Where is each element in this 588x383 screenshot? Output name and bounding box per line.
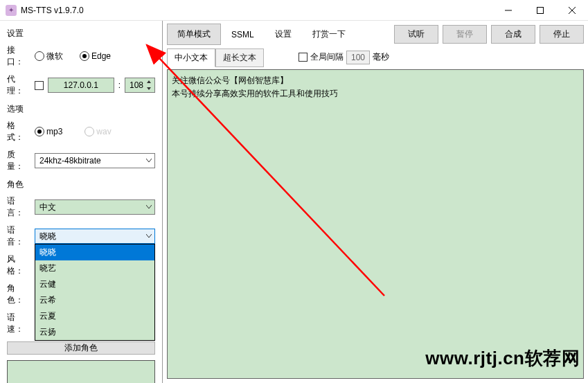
pause-button[interactable]: 暂停 [443,25,487,44]
group-role: 角色 [7,179,155,190]
quality-label: 质量： [7,149,30,172]
voice-combo[interactable]: 晓晓 晓晓 晓艺 云健 云希 云夏 云扬 [35,229,155,244]
subtab-long[interactable]: 超长文本 [215,48,264,67]
subtab-row: 中小文本 超长文本 全局间隔 100 毫秒 [163,45,588,69]
chevron-down-icon [146,234,152,238]
global-interval-label: 全局间隔 [310,51,344,63]
proxy-port-field[interactable]: 108 [125,78,155,93]
voice-label: 语音： [7,224,30,248]
svg-marker-4 [147,80,151,83]
voice-option[interactable]: 晓艺 [35,260,154,276]
group-settings: 设置 [7,28,155,39]
radio-edge[interactable]: Edge [80,51,111,61]
preview-area [7,360,155,383]
port-spin-down-icon[interactable] [144,85,154,92]
roleplay-label: 角色： [7,283,30,306]
maximize-button[interactable] [524,0,556,21]
interval-unit-label: 毫秒 [373,51,389,63]
subtab-short[interactable]: 中小文本 [167,48,215,67]
proxy-label: 代理： [7,73,30,97]
editor-line: 关注微信公众号【网创智慧库】 [172,74,579,87]
language-combo[interactable]: 中文 [35,199,155,215]
tab-settings[interactable]: 设置 [265,24,302,45]
preview-button[interactable]: 试听 [394,25,438,44]
radio-mp3[interactable]: mp3 [35,127,62,136]
language-label: 语言： [7,195,30,219]
interval-value-field[interactable]: 100 [346,51,370,64]
tab-ssml[interactable]: SSML [221,25,265,44]
voice-option[interactable]: 云健 [35,276,154,292]
voice-option[interactable]: 云夏 [35,308,154,324]
watermark: www.rjtj.cn软荐网 [425,346,580,371]
voice-dropdown: 晓晓 晓艺 云健 云希 云夏 云扬 [35,244,155,341]
minimize-button[interactable] [492,0,524,21]
left-panel: 设置 接口： 微软 Edge 代理： 127.0.0.1 : 108 选项 格式… [0,21,162,383]
titlebar: ✦ MS-TTS v1.9.7.0 [0,0,588,21]
stop-button[interactable]: 停止 [540,25,584,44]
svg-marker-5 [147,87,151,90]
speed-label: 语速： [7,312,30,335]
right-panel: 简单模式 SSML 设置 打赏一下 试听 暂停 合成 停止 中小文本 超长文本 … [162,21,588,383]
svg-rect-1 [537,7,544,13]
tab-donate[interactable]: 打赏一下 [302,24,356,45]
proxy-host-field[interactable]: 127.0.0.1 [48,78,114,93]
radio-wav: wav [84,127,111,136]
global-interval-checkbox[interactable] [299,53,308,62]
editor-line: 本号持续分享高效实用的软件工具和使用技巧 [172,87,579,100]
close-button[interactable] [556,0,588,21]
add-role-button[interactable]: 添加角色 [7,341,155,355]
tab-simple[interactable]: 简单模式 [167,24,221,45]
interface-label: 接口： [7,44,30,68]
proxy-checkbox[interactable] [35,81,44,90]
synthesize-button[interactable]: 合成 [491,25,535,44]
quality-combo[interactable]: 24khz-48kbitrate [35,153,155,168]
toolbar: 简单模式 SSML 设置 打赏一下 试听 暂停 合成 停止 [163,21,588,45]
chevron-down-icon [146,159,152,163]
window-title: MS-TTS v1.9.7.0 [21,6,492,15]
group-options: 选项 [7,103,155,115]
app-icon: ✦ [6,5,17,16]
port-spin-up-icon[interactable] [144,78,154,85]
text-editor[interactable]: 关注微信公众号【网创智慧库】 本号持续分享高效实用的软件工具和使用技巧 [167,69,584,379]
voice-option[interactable]: 晓晓 [35,244,154,260]
radio-microsoft[interactable]: 微软 [35,51,63,62]
format-label: 格式： [7,120,30,143]
voice-option[interactable]: 云希 [35,292,154,308]
style-label: 风格： [7,253,30,277]
voice-option[interactable]: 云扬 [35,324,154,340]
chevron-down-icon [146,205,152,209]
